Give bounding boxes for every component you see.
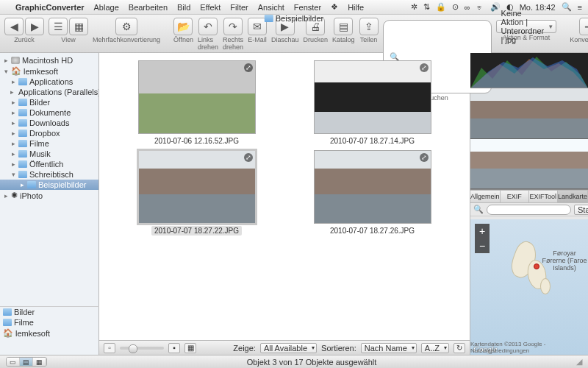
tree-folder[interactable]: ▸Dropbox — [0, 128, 98, 138]
view-list-button[interactable]: ☰ — [49, 18, 68, 35]
app-menu[interactable]: GraphicConverter — [15, 3, 85, 12]
forward-button[interactable]: ▶ — [25, 18, 44, 35]
status-icon[interactable]: ⊙ — [452, 2, 459, 12]
status-icon[interactable]: ⇅ — [423, 2, 430, 12]
tree-folder[interactable]: ▸Dokumente — [0, 107, 98, 118]
tree-label: Musik — [29, 149, 51, 158]
statusbar: ▭ ▤ ▦ Objekt 3 von 17 Objekte ausgewählt… — [0, 355, 588, 368]
zoom-in-button[interactable]: + — [475, 224, 490, 238]
expand-icon[interactable]: ⤢ — [244, 153, 253, 162]
refresh-icon[interactable]: ↻ — [453, 343, 465, 353]
toolbar-label: Drucken — [304, 36, 329, 43]
action-format-combo[interactable]: Keine Aktion | Unterordner | jpg — [496, 20, 557, 33]
menu-file[interactable]: Ablage — [94, 3, 119, 12]
map-pin[interactable] — [534, 263, 539, 269]
tab-exiftool[interactable]: EXIFTool — [529, 191, 558, 202]
status-icon[interactable]: ∞ — [465, 3, 470, 12]
seg-button[interactable]: ▦ — [33, 358, 46, 366]
notif-icon[interactable]: ≡ — [578, 3, 582, 12]
dropdown-value: A..Z — [425, 344, 440, 353]
tree-disk[interactable]: ▸Macintosh HD — [0, 55, 98, 66]
thumbnail-grid: ⤢2010-07-06 12.16.52.JPG⤢2010-07-07 18.2… — [99, 53, 470, 340]
tree-iphoto[interactable]: ▸✺iPhoto — [0, 190, 98, 201]
tree-folder[interactable]: ▾Schreibtisch — [0, 169, 98, 180]
back-button[interactable]: ◀ — [4, 18, 24, 35]
tree-label: iPhoto — [20, 191, 43, 200]
menu-view[interactable]: Ansicht — [258, 3, 284, 12]
folder-icon — [18, 109, 27, 116]
map-panel: 🔍 Standard + − Føroyar Førerne (Faroe Is… — [470, 203, 588, 355]
folder-icon — [18, 78, 27, 85]
tree-folder[interactable]: ▸Filme — [0, 138, 98, 149]
menu-effect[interactable]: Effekt — [200, 3, 220, 12]
catalog-button[interactable]: ▤ — [334, 18, 353, 35]
menu-image[interactable]: Bild — [177, 3, 190, 12]
tab-map[interactable]: Landkarte — [558, 191, 588, 202]
status-text: Objekt 3 von 17 Objekte ausgewählt — [47, 358, 576, 367]
help-icon[interactable]: ❖ — [331, 2, 338, 12]
seg-button[interactable]: ▭ — [7, 358, 20, 366]
share-button[interactable]: ⇪ — [359, 18, 379, 35]
thumbnail[interactable]: ⤢2010-07-06 12.16.52.JPG — [111, 60, 282, 146]
tab-general[interactable]: Allgemein — [470, 191, 501, 202]
tree-folder[interactable]: ▸Öffentlich — [0, 159, 98, 169]
tree-folder[interactable]: ▸Bilder — [0, 97, 98, 107]
open-button[interactable]: 📂 — [173, 18, 193, 35]
tree-shortcut[interactable]: Filme — [0, 317, 99, 328]
view-grid-button[interactable]: ▦ — [69, 18, 88, 35]
zoom-in-icon[interactable]: ▪ — [168, 343, 180, 353]
map-attribution: Kartendaten ©2013 Google - Nutzungsbedin… — [470, 341, 587, 354]
map[interactable]: + − Føroyar Førerne (Faroe Islands) Goog… — [470, 219, 588, 355]
tree-user[interactable]: ▾🏠lemkesoft — [0, 66, 98, 77]
sort-dropdown[interactable]: Nach Name — [361, 343, 417, 353]
toolbar-label: Öffnen — [173, 36, 193, 43]
window-title-text: Beispielbilder — [276, 14, 323, 23]
tree-shortcut[interactable]: 🏠lemkesoft — [0, 328, 99, 339]
tree-label: Schreibtisch — [29, 170, 74, 179]
wifi-icon[interactable]: ᯤ — [476, 3, 484, 12]
tree-folder[interactable]: ▸Applications — [0, 77, 98, 87]
thumbnail[interactable]: ⤢2010-07-07 18.27.22.JPG — [111, 150, 282, 236]
zoom-out-button[interactable]: − — [475, 238, 490, 253]
volume-icon[interactable]: 🔊 — [490, 2, 501, 12]
status-icon[interactable]: ✲ — [411, 2, 417, 12]
tree-label: Dokumente — [29, 108, 71, 117]
seg-button[interactable]: ▤ — [20, 358, 33, 366]
tab-exif[interactable]: EXIF — [501, 191, 529, 202]
menu-filter[interactable]: Filter — [230, 3, 248, 12]
tree-label: Macintosh HD — [22, 56, 73, 65]
menu-window[interactable]: Fenster — [294, 3, 321, 12]
tree-folder[interactable]: ▸Downloads — [0, 118, 98, 128]
sidebar: ▸Macintosh HD ▾🏠lemkesoft ▸Applications▸… — [0, 53, 99, 355]
batch-button[interactable]: ⚙ — [115, 18, 137, 35]
status-icon[interactable]: 🔒 — [436, 2, 446, 12]
thumbnail-image: ⤢ — [314, 150, 431, 224]
home-icon: 🏠 — [3, 328, 13, 338]
map-type-dropdown[interactable]: Standard — [574, 205, 588, 215]
tree-folder-selected[interactable]: ▸Beispielbilder — [0, 180, 98, 190]
rotate-right-button[interactable]: ↷ — [223, 18, 243, 35]
resize-grip-icon[interactable]: ◢ — [576, 357, 582, 367]
menu-edit[interactable]: Bearbeiten — [129, 3, 168, 12]
convert-button[interactable]: ➜ — [579, 18, 588, 35]
tree-folder[interactable]: ▸Applications (Parallels) — [0, 87, 98, 97]
expand-icon[interactable]: ⤢ — [420, 63, 429, 72]
menu-help[interactable]: Hilfe — [348, 3, 364, 12]
expand-icon[interactable]: ⤢ — [244, 63, 253, 72]
inspector-tabs: Allgemein EXIF EXIFTool Landkarte — [470, 190, 588, 203]
search-icon: 🔍 — [473, 205, 484, 214]
zoom-slider[interactable] — [120, 347, 164, 350]
view-mode-icon[interactable]: ▦ — [184, 343, 196, 353]
show-dropdown[interactable]: All Available — [260, 343, 317, 353]
thumbnail[interactable]: ⤢2010-07-07 18.27.26.JPG — [287, 150, 458, 236]
spotlight-icon[interactable]: 🔍 — [562, 2, 572, 12]
order-dropdown[interactable]: A..Z — [421, 343, 449, 353]
map-search-input[interactable] — [487, 205, 571, 215]
thumbnail-image: ⤢ — [138, 60, 256, 134]
thumbnail-image: ⤢ — [138, 150, 256, 224]
tree-folder[interactable]: ▸Musik — [0, 149, 98, 159]
tree-shortcut[interactable]: Bilder — [0, 307, 99, 317]
expand-icon[interactable]: ⤢ — [420, 153, 429, 162]
zoom-out-icon[interactable]: ▫ — [104, 343, 115, 353]
rotate-left-button[interactable]: ↶ — [198, 18, 218, 35]
